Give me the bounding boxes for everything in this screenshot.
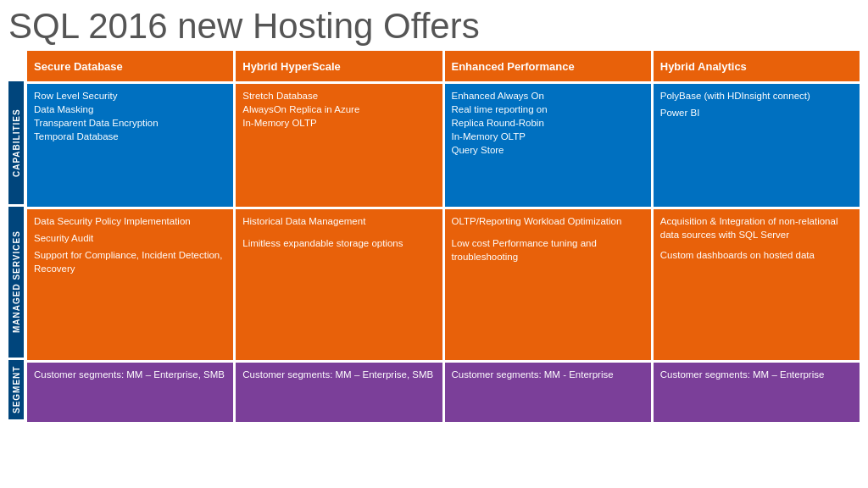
cap-cell-0-line-0: Row Level Security [34, 89, 226, 103]
cap-cell-1: Stretch Database AlwaysOn Replica in Azu… [236, 84, 442, 207]
mgd-cell-0-line-2: Support for Compliance, Incident Detecti… [34, 248, 226, 275]
cap-cell-1-line-0: Stretch Database [242, 89, 435, 103]
header-hybrid-hyperscale: Hybrid HyperScale [236, 51, 442, 81]
segment-row: Customer segments: MM – Enterprise, SMB … [27, 363, 860, 422]
mgd-cell-3-line-1: Custom dashboards on hosted data [660, 248, 853, 262]
seg-cell-1: Customer segments: MM – Enterprise, SMB [236, 363, 442, 422]
cap-cell-2-line-4: Query Store [452, 143, 644, 157]
mgd-cell-1: Historical Data Management Limitless exp… [236, 209, 442, 360]
cap-cell-0: Row Level Security Data Masking Transpar… [27, 84, 233, 207]
mgd-cell-1-line-1: Limitless expandable storage options [242, 236, 435, 250]
grid: Secure Database Hybrid HyperScale Enhanc… [27, 51, 860, 480]
page: SQL 2016 new Hosting Offers Capabilities… [0, 0, 868, 488]
mgd-cell-2-line-0: OLTP/Reporting Workload Optimization [452, 214, 644, 228]
row-labels: Capabilities Managed Services Segment [8, 51, 24, 480]
segment-label: Segment [8, 360, 24, 419]
mgd-cell-1-line-0: Historical Data Management [242, 214, 435, 228]
mgd-cell-3-line-0: Acquisition & Integration of non-relatio… [660, 214, 853, 241]
header-secure-database: Secure Database [27, 51, 233, 81]
mgd-cell-0-line-0: Data Security Policy Implementation [34, 214, 226, 228]
cap-cell-2-line-2: Replica Round-Robin [452, 116, 644, 130]
seg-cell-3: Customer segments: MM – Enterprise [654, 363, 860, 422]
header-enhanced-performance: Enhanced Performance [445, 51, 651, 81]
header-row: Secure Database Hybrid HyperScale Enhanc… [27, 51, 860, 81]
cap-cell-2-line-1: Real time reporting on [452, 103, 644, 116]
cap-cell-1-line-2: In-Memory OLTP [242, 116, 435, 130]
seg-cell-2: Customer segments: MM - Enterprise [445, 363, 651, 422]
managed-label: Managed Services [8, 207, 24, 358]
cap-cell-3: PolyBase (with HDInsight connect) Power … [654, 84, 860, 207]
seg-cell-0: Customer segments: MM – Enterprise, SMB [27, 363, 233, 422]
mgd-cell-0-line-1: Security Audit [34, 231, 226, 245]
mgd-cell-2-line-1: Low cost Performance tuning and troubles… [452, 236, 644, 263]
cap-cell-2-line-0: Enhanced Always On [452, 89, 644, 103]
cap-cell-3-line-1: Power BI [660, 106, 853, 119]
header-hybrid-analytics: Hybrid Analytics [654, 51, 860, 81]
main-content: Capabilities Managed Services Segment Se… [8, 51, 860, 480]
cap-cell-2-line-3: In-Memory OLTP [452, 130, 644, 143]
cap-cell-3-line-0: PolyBase (with HDInsight connect) [660, 89, 853, 103]
cap-cell-1-line-1: AlwaysOn Replica in Azure [242, 103, 435, 116]
mgd-cell-2: OLTP/Reporting Workload Optimization Low… [445, 209, 651, 360]
cap-cell-0-line-2: Transparent Data Encryption [34, 116, 226, 130]
managed-row: Data Security Policy Implementation Secu… [27, 209, 860, 360]
cap-cell-2: Enhanced Always On Real time reporting o… [445, 84, 651, 207]
cap-cell-0-line-3: Temporal Database [34, 130, 226, 143]
capabilities-row: Row Level Security Data Masking Transpar… [27, 84, 860, 207]
cap-cell-0-line-1: Data Masking [34, 103, 226, 116]
mgd-cell-3: Acquisition & Integration of non-relatio… [654, 209, 860, 360]
page-title: SQL 2016 new Hosting Offers [8, 8, 860, 44]
mgd-cell-0: Data Security Policy Implementation Secu… [27, 209, 233, 360]
capabilities-label: Capabilities [8, 81, 24, 204]
